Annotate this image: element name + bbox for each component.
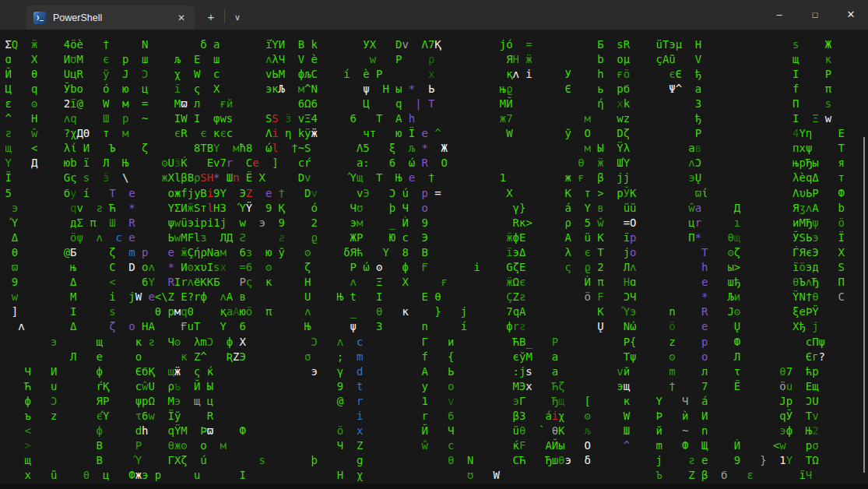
matrix-glyph: О [585,438,591,453]
matrix-glyph: ц [142,82,148,97]
matrix-glyph: Њ [806,424,812,438]
matrix-glyph: ς [194,364,200,379]
matrix-glyph: βЗ [513,409,526,424]
matrix-glyph: D [128,260,135,275]
matrix-glyph: К [630,186,636,201]
matrix-glyph: w [12,290,18,304]
matrix-glyph: щ [792,52,799,67]
matrix-glyph: чт [363,126,376,141]
matrix-glyph: Υ [585,201,591,216]
matrix-glyph: Њ [304,319,311,334]
matrix-glyph: e [148,290,154,304]
matrix-glyph: * [695,230,701,245]
matrix-glyph: Gς [64,171,77,185]
matrix-glyph: 4ӧè [64,37,83,52]
matrix-glyph: 2 [597,260,603,275]
matrix-glyph: Я [506,52,512,67]
matrix-glyph: э [142,468,148,483]
matrix-glyph: b [597,52,603,67]
matrix-glyph: 7 [786,364,792,379]
matrix-glyph: 1 [500,171,506,185]
matrix-glyph: o [422,201,428,216]
matrix-glyph: ђ [799,319,805,334]
matrix-glyph: ` [539,424,545,438]
matrix-glyph: Z [357,438,363,453]
matrix-glyph: о [448,379,454,394]
matrix-glyph: = [239,260,245,275]
matrix-glyph: Ғ [422,260,428,275]
matrix-glyph: λèqΔ [792,171,819,185]
matrix-glyph: Х [792,319,799,334]
matrix-glyph: á [545,409,551,424]
matrix-glyph: ρ [194,171,200,185]
matrix-glyph: л [701,364,708,379]
matrix-glyph: 6 [246,260,252,275]
matrix-glyph: R [181,126,187,141]
matrix-glyph: γ} [513,201,526,216]
matrix-glyph: Р [825,67,831,82]
matrix-glyph: ї [792,260,799,275]
matrix-glyph: Ф [128,468,135,483]
matrix-glyph: ф [97,364,103,379]
matrix-glyph: ʌ [806,275,812,290]
matrix-glyph: s [227,111,233,126]
matrix-glyph: 5 [5,186,12,201]
matrix-glyph: è [363,67,369,82]
matrix-glyph: ] [272,156,278,171]
matrix-glyph: ғй [220,97,233,111]
matrix-glyph: ψрΩ [135,394,155,409]
matrix-glyph: í [461,319,467,334]
matrix-glyph: Ё [734,379,740,394]
matrix-glyph: ф [506,319,512,334]
matrix-glyph: Ψ^ [669,82,682,97]
matrix-glyph: ʘ [376,260,382,275]
matrix-glyph: h [142,424,148,438]
matrix-glyph: θ [519,424,525,438]
matrix-glyph: m [200,335,206,350]
matrix-glyph: 7 [701,379,708,394]
scrollbar[interactable] [863,137,865,473]
matrix-glyph: ж [135,468,142,483]
matrix-glyph: p [142,245,148,260]
matrix-glyph: ρ [564,216,571,230]
matrix-glyph: l [207,201,213,216]
matrix-glyph: ʌ [513,67,519,82]
matrix-glyph: V [695,52,701,67]
matrix-glyph: † [291,141,297,156]
matrix-glyph: Dζ [617,126,630,141]
matrix-glyph: í [83,186,90,201]
matrix-glyph: qŸМ [168,424,188,438]
matrix-glyph: θ [558,453,564,468]
matrix-glyph: g [357,453,363,468]
matrix-glyph: м [298,82,304,97]
matrix-glyph: Тψ [624,350,637,364]
matrix-glyph: χ [174,67,181,82]
matrix-glyph: Л [734,350,740,364]
matrix-glyph: λЧ [272,52,285,67]
matrix-glyph: Υ [220,319,226,334]
matrix-glyph: В [422,245,428,260]
matrix-glyph: ЃЯєЭ [792,245,819,260]
matrix-glyph: ú [200,453,206,468]
matrix-glyph: U [168,156,174,171]
matrix-glyph: T [701,245,708,260]
matrix-glyph: ы [727,260,733,275]
matrix-glyph: Çήρ [188,245,207,260]
matrix-glyph: юb [64,156,77,171]
matrix-glyph: т [585,186,591,201]
matrix-glyph: ж [564,171,571,185]
matrix-glyph: * [409,82,415,97]
matrix-glyph: üü [624,201,637,216]
matrix-glyph: Q [12,37,18,52]
matrix-glyph: Ћ [25,379,31,394]
matrix-glyph: 6 [448,409,454,424]
matrix-glyph: ũ [51,468,57,483]
matrix-glyph: Ω [513,275,519,290]
matrix-glyph: τ [135,409,142,424]
matrix-glyph: З [695,97,701,111]
matrix-glyph: wz [617,111,630,126]
terminal-window: ❯_ PowerShell ✕ + ∨ – □ ✕ ΣQӝ4ӧè†NδaїΎИB… [0,0,868,489]
matrix-glyph: К [597,230,603,245]
matrix-glyph: l [272,141,278,156]
matrix-glyph: Ўbo [64,82,83,97]
